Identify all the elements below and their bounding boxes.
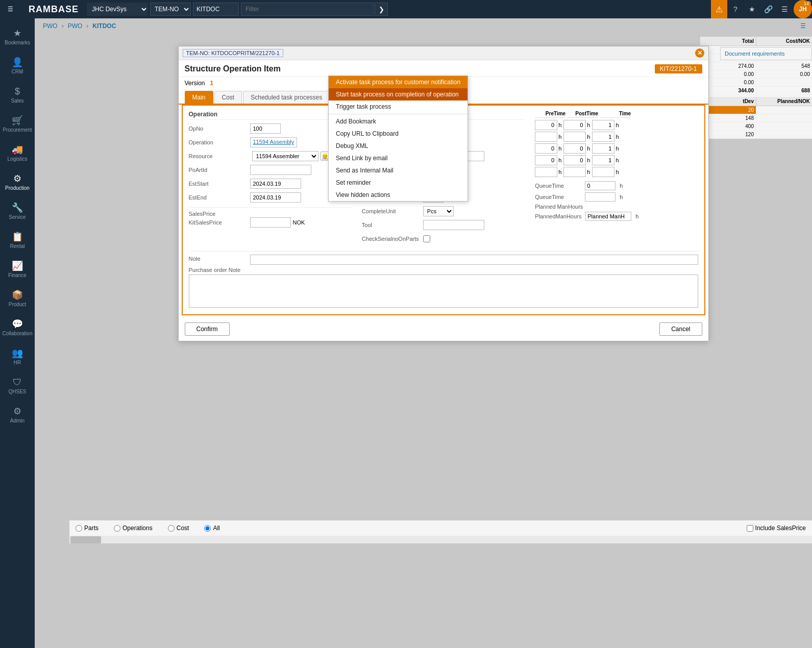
sidebar-item-collaboration[interactable]: 💬 Collaboration [0,313,35,341]
time-input-5[interactable] [592,167,614,177]
radio-all-input[interactable] [204,525,211,532]
queuetime-row-1: QueueTime h [535,181,698,190]
queuetime-input-2[interactable] [585,192,616,202]
cancel-button[interactable]: Cancel [659,322,702,336]
document-requirements-link[interactable]: Document requirements [725,51,784,57]
posttime-cell-3: h [563,143,590,154]
tool-row: Tool [362,219,525,231]
time-input-1[interactable] [592,120,614,130]
link-icon-btn[interactable]: 🔗 [760,0,776,18]
sidebar-item-hr[interactable]: 👥 HR [0,342,35,370]
pretime-input-4[interactable] [535,155,557,165]
radio-operations-input[interactable] [114,525,120,532]
breadcrumb-kitdoc[interactable]: KITDOC [92,22,116,30]
sidebar-item-finance[interactable]: 📈 Finance [0,255,35,283]
ctx-item-copy-url[interactable]: Copy URL to Clipboard [329,128,467,140]
help-icon-btn[interactable]: ? [727,0,744,18]
sidebar-item-crm[interactable]: 👤 CRM [0,52,35,80]
sidebar-item-bookmarks[interactable]: ★ Bookmarks [0,22,35,51]
radio-operations[interactable]: Operations [114,525,153,532]
plannedmanhours-input[interactable] [585,212,631,221]
notification-button[interactable]: ⚠ [711,0,727,18]
pretime-input-3[interactable] [535,143,557,154]
poartid-label: PoArtId [189,167,250,173]
time-row-2: h h h [535,132,698,142]
horizontal-scrollbar[interactable] [69,535,812,543]
radio-parts-input[interactable] [76,525,82,532]
ctx-item-send-link-email[interactable]: Send Link by email [329,152,467,164]
queuetime-input-1[interactable] [585,181,616,190]
pretime-input-1[interactable] [535,120,557,130]
search-button[interactable]: ❯ [375,3,388,16]
time-input-3[interactable] [592,143,614,154]
sidebar-item-qhses[interactable]: 🛡 QHSES [0,371,35,400]
ctx-item-start-task[interactable]: Start task process on completion of oper… [329,88,467,101]
completeunit-select[interactable]: Pcs [423,206,454,216]
confirm-button[interactable]: Confirm [185,322,230,336]
breadcrumb-pwo1[interactable]: PWO [43,22,58,30]
radio-cost[interactable]: Cost [168,525,189,532]
sidebar-item-sales[interactable]: $ Sales [0,81,35,109]
sidebar-item-rental[interactable]: 📋 Rental [0,226,35,254]
tab-main[interactable]: Main [185,91,213,104]
checkserialno-checkbox[interactable] [423,235,430,242]
hamburger-menu[interactable]: ☰ [0,6,20,13]
po-note-textarea[interactable] [189,275,698,308]
time-input-2[interactable] [592,132,614,142]
include-salesprice-label[interactable]: Include SalesPrice [747,525,806,532]
posttime-input-5[interactable] [563,167,586,177]
posttime-input-2[interactable] [563,132,586,142]
radio-all[interactable]: All [204,525,219,532]
sidebar-item-production[interactable]: ⚙ Production [0,168,35,196]
eststart-input[interactable] [250,179,301,189]
tool-input[interactable] [423,220,484,230]
posttime-input-4[interactable] [563,155,586,165]
kitsalesprice-input[interactable] [250,217,291,228]
poartid-input[interactable] [250,165,311,175]
filter-input[interactable] [241,3,374,16]
estend-input[interactable] [250,192,301,203]
ctx-item-send-internal[interactable]: Send as Internal Mail [329,164,467,177]
ctx-item-view-hidden[interactable]: View hidden actions [329,189,467,201]
time-row-4: h h h [535,155,698,165]
pretime-input-2[interactable] [535,132,557,142]
sidebar-item-service[interactable]: 🔧 Service [0,197,35,225]
menu-icon-btn[interactable]: ☰ [776,0,793,18]
note-input[interactable] [250,255,698,265]
posttime-input-1[interactable] [563,120,586,130]
sidebar-item-logistics[interactable]: 🚚 Logistics [0,139,35,167]
sidebar-item-product[interactable]: 📦 Product [0,284,35,312]
kitdoc-input[interactable] [193,3,239,16]
pretime-input-5[interactable] [535,167,557,177]
sidebar-item-admin[interactable]: ⚙ Admin [0,401,35,429]
ctx-separator-1 [329,114,467,114]
breadcrumb-sep1: › [62,22,64,30]
tem-badge: TEM-NO: KITDOCOPRITM/221270-1 [183,49,283,57]
tab-cost[interactable]: Cost [214,91,242,104]
tem-no-select[interactable]: TEM-NO [150,3,191,16]
resource-select[interactable]: 11594 Assembler [252,151,318,161]
ctx-item-set-reminder[interactable]: Set reminder [329,177,467,189]
collapse-btn[interactable]: ☰ [800,22,806,30]
h-unit: h [558,169,561,175]
opno-input[interactable] [250,123,281,134]
radio-parts[interactable]: Parts [76,525,99,532]
breadcrumb-pwo2[interactable]: PWO [68,22,83,30]
sidebar-item-label: Admin [10,418,24,423]
time-input-4[interactable] [592,155,614,165]
posttime-input-3[interactable] [563,143,586,154]
sidebar-item-procurement[interactable]: 🛒 Procurement [0,110,35,138]
ctx-item-activate-task[interactable]: Activate task process for customer notif… [329,76,467,88]
radio-cost-input[interactable] [168,525,175,532]
tab-scheduled-task[interactable]: Scheduled task processes [243,91,330,104]
ctx-item-debug-xml[interactable]: Debug XML [329,140,467,152]
operation-value[interactable]: 11594 Assembly [250,137,298,147]
company-select[interactable]: JHC DevSys [87,3,148,16]
h-unit: h [616,157,619,163]
bookmark-icon-btn[interactable]: ★ [744,0,760,18]
ctx-item-trigger-task[interactable]: Trigger task process [329,101,467,113]
include-salesprice-checkbox[interactable] [747,525,753,532]
resource-row: Resource 11594 Assembler 👷 [189,151,352,162]
dialog-close-button[interactable]: ✕ [695,48,704,58]
ctx-item-add-bookmark[interactable]: Add Bookmark [329,115,467,128]
